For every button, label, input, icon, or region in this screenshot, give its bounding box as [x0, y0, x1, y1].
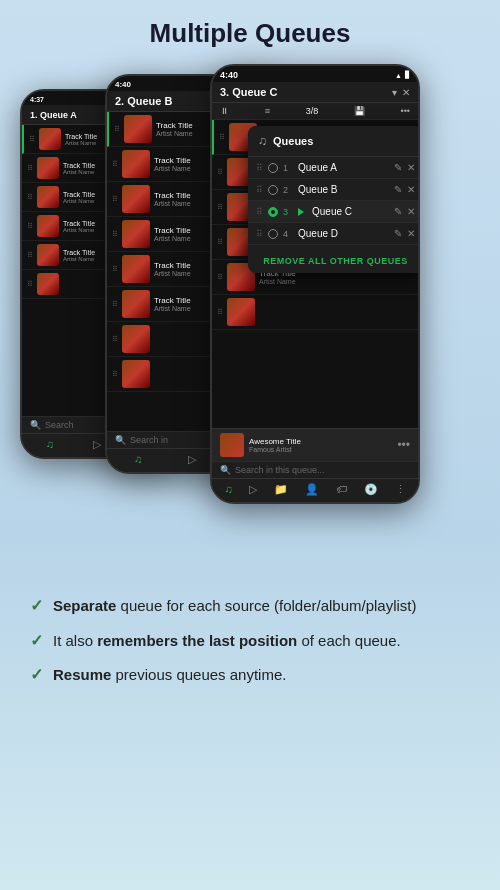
now-playing-bar: Awesome Title Famous Artist •••: [212, 428, 418, 461]
tag-nav-icon[interactable]: 🏷: [336, 483, 347, 496]
queue-num-d: 4: [283, 229, 293, 239]
queues-overlay-title: Queues: [273, 135, 313, 147]
queues-overlay-header: ♫ Queues: [248, 126, 420, 157]
more-nav-icon[interactable]: ⋮: [395, 483, 406, 496]
phone2-time: 4:40: [115, 80, 131, 89]
feature-item-2: ✓ It also remembers the last position of…: [30, 630, 470, 653]
drag-handle-icon: ⠿: [256, 207, 263, 217]
edit-queue-c-icon[interactable]: ✎: [394, 206, 402, 217]
drag-handle-icon: ⠿: [256, 229, 263, 239]
queue-nav-icon[interactable]: ♫: [224, 483, 232, 496]
play-nav-icon[interactable]: ▷: [188, 453, 196, 466]
drag-icon: ⠿: [112, 160, 118, 169]
person-nav-icon[interactable]: 👤: [305, 483, 319, 496]
drag-icon: ⠿: [217, 238, 223, 247]
save-icon[interactable]: 💾: [354, 106, 365, 116]
track-thumbnail: [227, 298, 255, 326]
drag-icon: ⠿: [27, 193, 33, 202]
edit-queue-d-icon[interactable]: ✎: [394, 228, 402, 239]
delete-queue-c-icon[interactable]: ✕: [407, 206, 415, 217]
now-playing-title: Awesome Title: [249, 437, 392, 446]
dropdown-icon[interactable]: ▾: [392, 87, 397, 98]
phone3-header-icons: ▾ ✕: [392, 87, 410, 98]
queue-num-b: 2: [283, 185, 293, 195]
feature-bold-3: Resume: [53, 666, 111, 683]
drag-icon: ⠿: [217, 168, 223, 177]
phone3-time: 4:40: [220, 70, 238, 80]
drag-icon: ⠿: [27, 222, 33, 231]
phone3-controls-bar: ⏸ ≡ 3/8 💾 •••: [212, 103, 418, 120]
search-icon: 🔍: [115, 435, 126, 445]
check-icon-3: ✓: [30, 665, 43, 684]
drag-handle-icon: ⠿: [256, 185, 263, 195]
feature-text-3: Resume previous queues anytime.: [53, 664, 286, 687]
queue-name-b: Queue B: [298, 184, 389, 195]
queue-num-c: 3: [283, 207, 293, 217]
feature-item-1: ✓ Separate queue for each source (folder…: [30, 595, 470, 618]
queue-radio-b[interactable]: [268, 185, 278, 195]
drag-icon: ⠿: [217, 203, 223, 212]
queue-list-item-b[interactable]: ⠿ 2 Queue B ✎ ✕: [248, 179, 420, 201]
drag-icon: ⠿: [217, 273, 223, 282]
edit-queue-b-icon[interactable]: ✎: [394, 184, 402, 195]
delete-queue-b-icon[interactable]: ✕: [407, 184, 415, 195]
queue-radio-d[interactable]: [268, 229, 278, 239]
pause-icon[interactable]: ⏸: [220, 106, 229, 116]
close-icon[interactable]: ✕: [402, 87, 410, 98]
drag-icon: ⠿: [112, 370, 118, 379]
queue-num-a: 1: [283, 163, 293, 173]
phone-3: 4:40 ▲ ▊ 3. Queue C ▾ ✕ ⏸ ≡ 3/8 💾 •••: [210, 64, 420, 504]
more-icon[interactable]: •••: [401, 106, 410, 116]
queues-music-icon: ♫: [258, 134, 267, 148]
track-thumbnail: [37, 186, 59, 208]
track-thumbnail: [124, 115, 152, 143]
drag-icon: ⠿: [112, 335, 118, 344]
queue-list-item-d[interactable]: ⠿ 4 Queue D ✎ ✕: [248, 223, 420, 245]
phone3-queue-header: 3. Queue C ▾ ✕: [212, 82, 418, 103]
search-icon: 🔍: [220, 465, 231, 475]
track-thumbnail: [122, 290, 150, 318]
track-thumbnail: [37, 244, 59, 266]
search-placeholder: Search in this queue...: [235, 465, 325, 475]
queue-nav-icon[interactable]: ♫: [46, 438, 54, 451]
feature-item-3: ✓ Resume previous queues anytime.: [30, 664, 470, 687]
page-title: Multiple Queues: [0, 0, 500, 59]
drag-handle-icon: ⠿: [256, 163, 263, 173]
track-thumbnail: [37, 157, 59, 179]
queue-nav-icon[interactable]: ♫: [134, 453, 142, 466]
remove-all-queues-button[interactable]: REMOVE ALL OTHER QUEUES: [248, 245, 420, 273]
track-artist: Artist Name: [259, 278, 413, 285]
queue-radio-c[interactable]: [268, 207, 278, 217]
drag-icon: ⠿: [112, 300, 118, 309]
now-playing-thumbnail: [220, 433, 244, 457]
edit-queue-a-icon[interactable]: ✎: [394, 162, 402, 173]
drag-icon: ⠿: [219, 133, 225, 142]
battery-icon: ▊: [405, 71, 410, 79]
signal-icon: ▲: [395, 72, 402, 79]
sort-icon[interactable]: ≡: [265, 106, 270, 116]
play-nav-icon[interactable]: ▷: [93, 438, 101, 451]
phone3-search-bar[interactable]: 🔍 Search in this queue...: [212, 461, 418, 478]
play-nav-icon[interactable]: ▷: [249, 483, 257, 496]
queue-radio-a[interactable]: [268, 163, 278, 173]
album-nav-icon[interactable]: 💿: [364, 483, 378, 496]
queue-name-a: Queue A: [298, 162, 389, 173]
delete-queue-a-icon[interactable]: ✕: [407, 162, 415, 173]
more-options-icon[interactable]: •••: [397, 438, 410, 452]
folder-nav-icon[interactable]: 📁: [274, 483, 288, 496]
now-playing-info: Awesome Title Famous Artist: [249, 437, 392, 453]
check-icon-2: ✓: [30, 631, 43, 650]
drag-icon: ⠿: [217, 308, 223, 317]
track-thumbnail: [122, 220, 150, 248]
feature-text-2: It also remembers the last position of e…: [53, 630, 401, 653]
drag-icon: ⠿: [112, 265, 118, 274]
queue-list-item-a[interactable]: ⠿ 1 Queue A ✎ ✕: [248, 157, 420, 179]
drag-icon: ⠿: [114, 125, 120, 134]
delete-queue-d-icon[interactable]: ✕: [407, 228, 415, 239]
remove-all-label: REMOVE ALL OTHER QUEUES: [263, 256, 408, 266]
phones-showcase: 4:37 ▷ 1. Queue A ▷ ≡ ⠿ Track Title: [0, 59, 500, 579]
queue-list-item-c[interactable]: ⠿ 3 Queue C ✎ ✕: [248, 201, 420, 223]
track-thumbnail: [122, 255, 150, 283]
track-thumbnail: [122, 325, 150, 353]
drag-icon: ⠿: [112, 195, 118, 204]
